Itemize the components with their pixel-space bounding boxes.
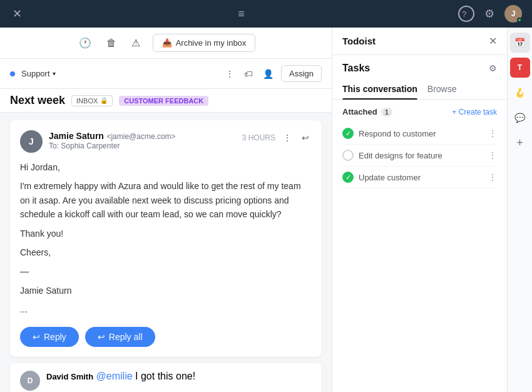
attached-count: 1 [381,108,392,116]
task-2-label: Edit designs for feature [359,151,483,160]
email-more-button[interactable]: ⋮ [280,130,294,145]
task-3-label: Update customer [359,173,483,182]
comment-card: D David Smith @emilie I got this one! [10,363,322,392]
task-item-1: Respond to customer ⋮ [342,123,497,145]
todoist-panel: Todoist ✕ Tasks ⚙ This conversation Brow… [332,28,507,392]
close-button[interactable]: ✕ [10,4,24,23]
attached-header: Attached 1 + Create task [342,107,497,116]
sender-email: <jamie@acme.com> [106,132,175,141]
more-options-button[interactable]: ⋮ [223,66,237,81]
comment-mention: @emilie [96,371,133,381]
email-subject-title: Next week [10,94,65,107]
sender-name: Jamie Saturn [49,131,104,141]
sender-to: To: Sophia Carpenter [49,142,236,150]
email-subject-row: Next week INBOX 🔒 CUSTOMER FEEDBACK [0,89,332,113]
action-toolbar: 🕐 🗑 ⚠ 📥 Archive in my inbox [0,28,332,59]
todoist-title: Todoist [342,36,376,46]
comment-avatar: D [20,371,40,391]
label-button[interactable]: 🏷 [242,66,255,81]
task-3-check[interactable] [342,172,354,183]
task-1-menu-button[interactable]: ⋮ [488,128,497,138]
header-actions: ⋮ 🏷 👤 Assign [223,65,322,82]
assign-person-button[interactable]: 👤 [260,66,276,81]
reply-label: Reply [44,332,66,342]
chat-sidebar-button[interactable]: 💬 [510,108,530,128]
email-time: 3 HOURS [242,133,275,142]
top-bar: ✕ ≡ ? ⚙ J [0,0,532,28]
delete-button[interactable]: 🗑 [104,35,119,51]
reply-all-button[interactable]: ↩ Reply all [85,327,155,347]
filter-icon: ≡ [238,8,245,21]
task-3-menu-button[interactable]: ⋮ [488,172,497,182]
add-sidebar-button[interactable]: + [510,133,530,153]
email-body: Hi Jordan, I'm extremely happy with Azur… [20,160,312,317]
body-dash: — [20,264,312,278]
email-header-row: Support ▾ ⋮ 🏷 👤 Assign [0,59,332,89]
inbox-label: INBOX [76,97,98,105]
task-item-3: Update customer ⋮ [342,167,497,188]
body-thanks: Thank you! [20,227,312,240]
archive-icon: 📥 [162,38,172,48]
email-card-header: J Jamie Saturn <jamie@acme.com> To: Soph… [20,130,312,153]
trash-icon: 🗑 [106,38,116,49]
task-1-check[interactable] [342,128,354,139]
clock-icon: 🕐 [79,37,91,49]
archive-button[interactable]: 📥 Archive in my inbox [153,34,256,52]
tasks-tabs: This conversation Browse [332,79,507,100]
webhook-sidebar-button[interactable]: 🪝 [510,83,530,103]
body-greeting: Hi Jordan, [20,160,312,174]
tasks-content: Attached 1 + Create task Respond to cust… [332,100,507,392]
tasks-header: Tasks ⚙ [332,55,507,74]
tab-browse[interactable]: Browse [427,79,457,99]
top-bar-left: ✕ [10,4,24,23]
help-button[interactable]: ? [458,6,474,22]
comment-author: David Smith [46,372,93,381]
tasks-settings-button[interactable]: ⚙ [489,63,497,73]
email-action-buttons: ↩ Reply ↩ Reply all [20,327,312,347]
customer-feedback-tag: CUSTOMER FEEDBACK [119,96,208,106]
support-status-dot [10,71,15,76]
comment-content: David Smith @emilie I got this one! [46,371,195,382]
settings-button[interactable]: ⚙ [482,4,497,23]
sender-name-line: Jamie Saturn <jamie@acme.com> [49,130,236,142]
lock-icon: 🔒 [100,97,108,104]
email-reply-icon-button[interactable]: ↩ [299,130,312,145]
reply-button[interactable]: ↩ Reply [20,327,79,347]
todoist-header: Todoist ✕ [332,28,507,55]
assign-button[interactable]: Assign [281,65,322,82]
chevron-down-icon: ▾ [53,70,56,77]
task-1-label: Respond to customer [359,129,483,138]
right-sidebar: 📅 T 🪝 💬 + [507,28,532,392]
comment-text: I got this one! [133,371,196,381]
inbox-badge: INBOX 🔒 [71,95,113,106]
body-cheers: Cheers, [20,245,312,259]
task-2-check[interactable] [342,150,354,161]
comment-body: @emilie I got this one! [96,371,196,381]
tasks-title: Tasks [342,63,370,74]
support-label[interactable]: Support ▾ [21,69,56,78]
sender-info: Jamie Saturn <jamie@acme.com> To: Sophia… [49,130,236,150]
email-panel: 🕐 🗑 ⚠ 📥 Archive in my inbox Support ▾ ⋮ [0,28,332,392]
calendar-sidebar-button[interactable]: 📅 [510,33,530,53]
tab-this-conversation[interactable]: This conversation [342,79,417,99]
task-item-2: Edit designs for feature ⋮ [342,145,497,167]
reply-all-icon: ↩ [98,332,105,342]
email-card: J Jamie Saturn <jamie@acme.com> To: Soph… [10,120,322,357]
top-bar-center: ≡ [238,8,245,21]
email-messages-list: J Jamie Saturn <jamie@acme.com> To: Soph… [0,113,332,392]
alert-button[interactable]: ⚠ [129,34,143,51]
reply-all-label: Reply all [109,332,143,342]
snooze-button[interactable]: 🕐 [76,34,94,51]
sender-avatar: J [20,130,43,153]
user-avatar[interactable]: J [504,5,522,23]
task-2-menu-button[interactable]: ⋮ [488,150,497,160]
alert-icon: ⚠ [131,37,140,49]
todoist-close-button[interactable]: ✕ [489,35,497,47]
main-content: 🕐 🗑 ⚠ 📥 Archive in my inbox Support ▾ ⋮ [0,28,532,392]
todoist-sidebar-button[interactable]: T [510,58,530,78]
email-meta: 3 HOURS ⋮ ↩ [242,130,312,145]
create-task-button[interactable]: + Create task [452,108,497,116]
archive-label: Archive in my inbox [176,38,247,48]
user-status-indicator [517,18,522,23]
attached-label: Attached 1 [342,107,392,116]
